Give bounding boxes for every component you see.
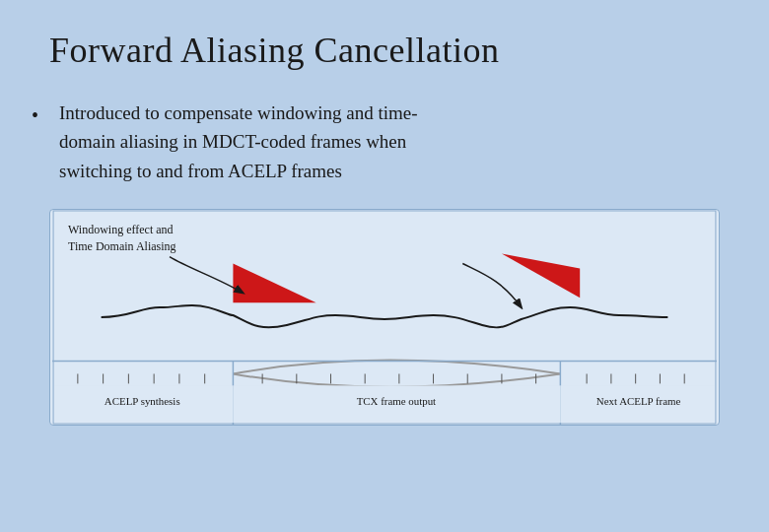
slide-title: Forward Aliasing Cancellation [49,30,720,71]
bullet-line1: Introduced to compensate windowing and t… [59,102,418,181]
bullet-section: • Introduced to compensate windowing and… [49,99,720,185]
bullet-text: • Introduced to compensate windowing and… [49,99,720,185]
svg-text:Next ACELP frame: Next ACELP frame [596,395,681,407]
diagram-box: Windowing effect and Time Domain Aliasin… [49,209,720,426]
svg-marker-1 [502,254,580,299]
svg-text:TCX frame output: TCX frame output [357,395,436,407]
svg-marker-0 [233,264,315,303]
slide: Forward Aliasing Cancellation • Introduc… [0,0,769,532]
svg-text:ACELP synthesis: ACELP synthesis [105,395,180,407]
diagram-svg: - + ACELP synthesis TCX frame output Nex… [50,210,719,425]
bullet-dot: • [32,100,38,131]
